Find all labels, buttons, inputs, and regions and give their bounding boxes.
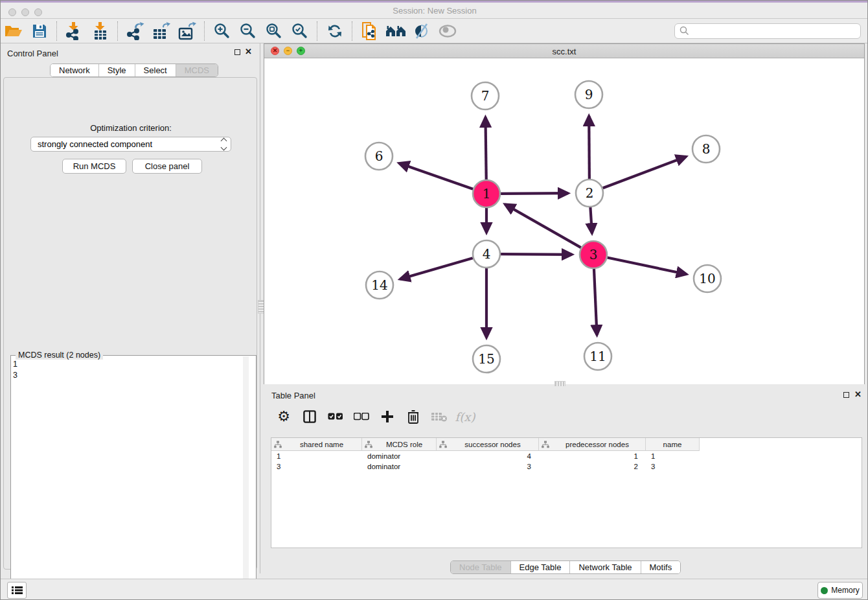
settings-gear-icon[interactable]: ⚙ xyxy=(275,408,292,425)
column-header-name[interactable]: name xyxy=(646,438,700,451)
table-cell[interactable]: 1 xyxy=(646,451,700,461)
close-panel-icon[interactable]: ✕ xyxy=(245,49,252,54)
unselect-all-columns-icon[interactable] xyxy=(353,408,370,425)
table-panel-tabs: Node TableEdge TableNetwork TableMotifs xyxy=(450,560,681,574)
edge-2-8[interactable] xyxy=(603,157,687,189)
save-session-icon[interactable] xyxy=(27,21,52,41)
node-label-10: 10 xyxy=(699,271,715,286)
mcds-result-list[interactable]: 13 xyxy=(13,359,240,381)
edge-4-14[interactable] xyxy=(400,258,473,279)
add-column-icon[interactable] xyxy=(379,408,396,425)
column-header-successor-nodes[interactable]: successor nodes xyxy=(437,438,539,451)
node-label-4: 4 xyxy=(483,246,491,262)
column-header-label: successor nodes xyxy=(450,441,536,448)
tab-select[interactable]: Select xyxy=(135,64,176,76)
tab-network[interactable]: Network xyxy=(51,64,98,76)
float-panel-icon[interactable] xyxy=(234,49,240,55)
show-all-icon[interactable] xyxy=(435,21,461,41)
table-row[interactable]: 3dominator323 xyxy=(271,461,862,472)
column-header-MCDS-role[interactable]: MCDS role xyxy=(362,438,437,451)
column-header-shared-name[interactable]: shared name xyxy=(271,438,362,451)
export-table-icon[interactable] xyxy=(148,21,174,41)
edge-2-3[interactable] xyxy=(590,207,592,233)
zoom-fit-icon[interactable] xyxy=(261,21,287,41)
optimization-criterion-label: Optimization criterion: xyxy=(4,123,258,133)
mcds-result-box xyxy=(10,355,257,600)
clone-network-icon[interactable] xyxy=(357,21,383,41)
table-cell[interactable]: dominator xyxy=(362,451,437,461)
open-session-icon[interactable] xyxy=(1,21,27,41)
float-table-panel-icon[interactable] xyxy=(843,392,849,398)
tab-edge-table[interactable]: Edge Table xyxy=(510,561,570,573)
edge-3-10[interactable] xyxy=(608,258,687,275)
column-panel-icon[interactable] xyxy=(301,408,318,425)
application-window: Session: New Session xyxy=(0,0,868,600)
network-window-titlebar: ✕ − + scc.txt xyxy=(264,44,864,58)
delete-table-icon xyxy=(431,408,448,425)
toolbar-separator xyxy=(204,21,205,41)
criterion-value: strongly connected component xyxy=(38,139,152,149)
table-cell[interactable]: 4 xyxy=(437,451,539,461)
run-mcds-button[interactable]: Run MCDS xyxy=(62,159,126,174)
sort-hierarchy-icon xyxy=(542,441,549,448)
node-table: shared nameMCDS rolesuccessor nodesprede… xyxy=(271,437,862,548)
column-header-predecessor-nodes[interactable]: predecessor nodes xyxy=(539,438,646,451)
control-panel: Control Panel ✕ NetworkStyleSelectMCDS O… xyxy=(1,43,260,573)
tab-style[interactable]: Style xyxy=(98,64,135,76)
list-icon xyxy=(12,586,23,595)
export-network-icon[interactable] xyxy=(122,21,148,41)
edge-1-7[interactable] xyxy=(485,117,486,179)
import-table-icon[interactable] xyxy=(87,21,113,41)
refresh-icon[interactable] xyxy=(322,21,348,41)
select-stepper-icon xyxy=(222,139,226,150)
table-toolbar: ⚙ f(x) xyxy=(270,404,862,429)
zoom-in-icon[interactable] xyxy=(209,21,235,41)
edge-4-3[interactable] xyxy=(501,254,572,255)
table-cell[interactable]: dominator xyxy=(362,461,437,472)
network-title: scc.txt xyxy=(264,47,864,56)
edge-1-6[interactable] xyxy=(399,163,473,189)
search-input[interactable] xyxy=(692,25,860,38)
table-body: 1dominator4113dominator323 xyxy=(271,451,862,472)
edge-1-2[interactable] xyxy=(501,193,568,194)
tab-mcds[interactable]: MCDS xyxy=(176,64,218,76)
tab-network-table[interactable]: Network Table xyxy=(569,561,640,573)
search-box[interactable] xyxy=(674,23,861,39)
table-cell[interactable]: 3 xyxy=(437,461,539,472)
table-row[interactable]: 1dominator411 xyxy=(271,451,862,461)
edge-2-9[interactable] xyxy=(589,116,589,179)
export-image-icon[interactable] xyxy=(174,21,200,41)
memory-button[interactable]: Memory xyxy=(817,582,863,599)
hide-selected-icon[interactable] xyxy=(409,21,435,41)
delete-column-icon[interactable] xyxy=(405,408,422,425)
node-label-15: 15 xyxy=(478,351,494,367)
mcds-result-item: 1 xyxy=(13,359,240,370)
network-view-window: ✕ − + scc.txt 7968124314101511 xyxy=(264,43,865,384)
first-neighbors-icon[interactable] xyxy=(383,21,409,41)
import-network-icon[interactable] xyxy=(62,21,87,41)
tab-node-table[interactable]: Node Table xyxy=(451,561,510,573)
select-all-columns-icon[interactable] xyxy=(327,408,344,425)
zoom-selected-icon[interactable] xyxy=(287,21,313,41)
node-label-2: 2 xyxy=(586,185,594,201)
criterion-select[interactable]: strongly connected component xyxy=(30,137,231,152)
table-cell[interactable]: 3 xyxy=(271,461,362,472)
zoom-out-icon[interactable] xyxy=(235,21,261,41)
node-label-8: 8 xyxy=(702,141,711,157)
table-cell[interactable]: 3 xyxy=(646,461,700,472)
node-label-3: 3 xyxy=(589,247,598,262)
close-table-panel-icon[interactable]: ✕ xyxy=(854,391,862,397)
edge-3-11[interactable] xyxy=(594,269,597,335)
search-icon xyxy=(680,26,689,36)
result-vertical-scrollbar[interactable] xyxy=(243,356,249,591)
table-cell[interactable]: 1 xyxy=(539,451,646,461)
function-builder-icon: f(x) xyxy=(457,408,474,425)
table-cell[interactable]: 1 xyxy=(271,451,362,461)
close-panel-button[interactable]: Close panel xyxy=(132,159,202,174)
mcds-result-item: 3 xyxy=(13,370,240,381)
edge-3-1[interactable] xyxy=(505,204,581,248)
network-graph[interactable]: 7968124314101511 xyxy=(264,58,864,384)
table-cell[interactable]: 2 xyxy=(539,461,646,472)
task-history-button[interactable] xyxy=(7,582,27,599)
tab-motifs[interactable]: Motifs xyxy=(641,561,681,573)
